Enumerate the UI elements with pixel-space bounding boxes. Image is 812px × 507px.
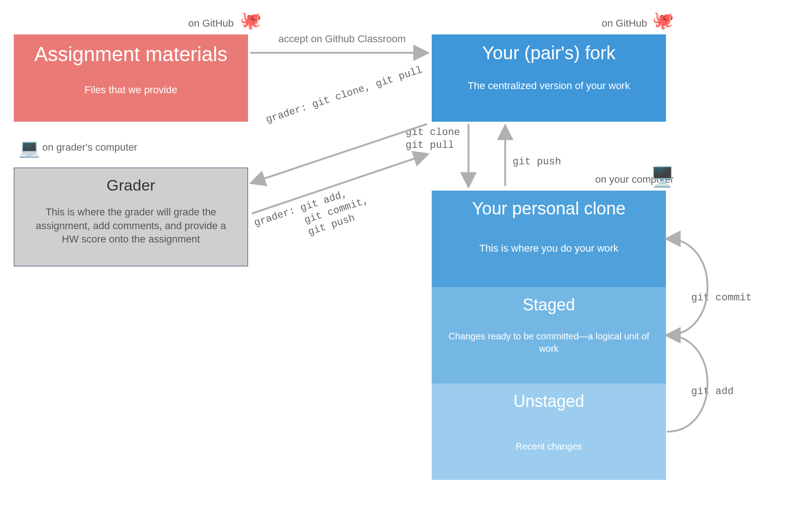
github-octocat-icon: 🐙	[652, 10, 674, 30]
box-personal-clone: Your personal clone This is where you do…	[432, 191, 666, 287]
edge-label-git-commit: git commit	[691, 292, 752, 304]
desktop-icon: 🖥️	[650, 165, 674, 188]
arrow-grader-pull	[252, 124, 427, 183]
box-subtitle: The centralized version of your work	[432, 68, 666, 101]
box-subtitle: Recent changes	[432, 416, 666, 461]
box-unstaged: Unstaged Recent changes	[432, 383, 666, 480]
box-subtitle: This is where you do your work	[432, 223, 666, 264]
github-octocat-icon: 🐙	[240, 10, 261, 30]
box-grader: Grader This is where the grader will gra…	[14, 168, 248, 266]
laptop-icon: 💻	[18, 138, 40, 158]
box-title: Assignment materials	[14, 34, 248, 70]
box-title: Your (pair's) fork	[432, 34, 666, 68]
diagram-canvas: { "captions":{ "assign_github":"on GitHu…	[0, 0, 812, 507]
box-subtitle: Files that we provide	[14, 70, 248, 105]
box-assignment-materials: Assignment materials Files that we provi…	[14, 34, 248, 122]
caption-on-graders-computer: on grader's computer	[42, 141, 137, 153]
box-title: Your personal clone	[432, 191, 666, 223]
box-subtitle: Changes ready to be committed—a logical …	[432, 319, 666, 364]
edge-label-git-push: git push	[513, 156, 561, 168]
arrow-git-add	[667, 335, 708, 432]
box-your-fork: Your (pair's) fork The centralized versi…	[432, 34, 666, 122]
box-title: Unstaged	[432, 383, 666, 416]
edge-label-accept-classroom: accept on Github Classroom	[278, 33, 406, 45]
edge-label-git-clone-pull: git clone git pull	[406, 126, 460, 152]
edge-label-grader-clone-pull: grader: git clone, git pull	[265, 64, 424, 126]
box-staged: Staged Changes ready to be committed—a l…	[432, 287, 666, 383]
box-title: Staged	[432, 287, 666, 319]
caption-fork-on-github: on GitHub	[602, 17, 647, 29]
caption-assignment-on-github: on GitHub	[188, 17, 234, 29]
edge-label-grader-add-commit-push: grader: git add, git commit, git push	[253, 182, 374, 254]
edge-label-git-add: git add	[691, 386, 733, 397]
arrow-git-commit	[667, 239, 708, 335]
box-subtitle: This is where the grader will grade the …	[14, 199, 248, 255]
box-title: Grader	[14, 168, 248, 199]
